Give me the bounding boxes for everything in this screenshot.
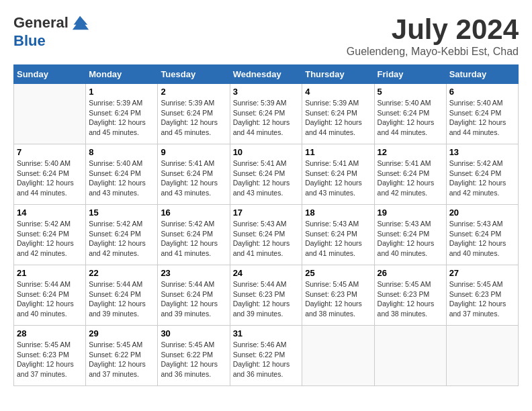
day-info: Sunrise: 5:39 AMSunset: 6:24 PMDaylight:… [305, 98, 371, 138]
day-number: 10 [233, 147, 300, 157]
calendar-cell: 4Sunrise: 5:39 AMSunset: 6:24 PMDaylight… [302, 84, 374, 144]
day-info: Sunrise: 5:45 AMSunset: 6:22 PMDaylight:… [161, 340, 226, 379]
weekday-header-sunday: Sunday [14, 65, 86, 84]
day-number: 7 [17, 147, 83, 157]
calendar-cell: 17Sunrise: 5:43 AMSunset: 6:24 PMDayligh… [230, 205, 302, 265]
day-number: 25 [305, 268, 371, 278]
logo-icon [71, 13, 90, 32]
day-number: 30 [161, 328, 226, 338]
day-info: Sunrise: 5:42 AMSunset: 6:24 PMDaylight:… [161, 219, 226, 259]
day-number: 4 [305, 87, 371, 97]
calendar-cell: 14Sunrise: 5:42 AMSunset: 6:24 PMDayligh… [14, 205, 86, 265]
day-number: 31 [233, 328, 300, 338]
calendar-cell: 15Sunrise: 5:42 AMSunset: 6:24 PMDayligh… [86, 205, 158, 265]
day-number: 22 [89, 268, 154, 278]
day-number: 29 [89, 328, 154, 338]
day-number: 21 [17, 268, 83, 278]
day-info: Sunrise: 5:40 AMSunset: 6:24 PMDaylight:… [378, 98, 443, 138]
day-info: Sunrise: 5:43 AMSunset: 6:24 PMDaylight:… [233, 219, 300, 259]
day-number: 16 [161, 208, 226, 218]
day-info: Sunrise: 5:41 AMSunset: 6:24 PMDaylight:… [305, 158, 371, 198]
weekday-header-thursday: Thursday [302, 65, 374, 84]
day-info: Sunrise: 5:44 AMSunset: 6:24 PMDaylight:… [161, 279, 226, 319]
day-info: Sunrise: 5:41 AMSunset: 6:24 PMDaylight:… [161, 158, 226, 198]
day-number: 9 [161, 147, 226, 157]
day-number: 12 [378, 147, 443, 157]
day-number: 23 [161, 268, 226, 278]
calendar-title-area: July 2024 Guelendeng, Mayo-Kebbi Est, Ch… [347, 13, 519, 58]
day-info: Sunrise: 5:45 AMSunset: 6:23 PMDaylight:… [449, 279, 515, 319]
day-number: 26 [378, 268, 443, 278]
calendar-cell: 6Sunrise: 5:40 AMSunset: 6:24 PMDaylight… [446, 84, 518, 144]
day-info: Sunrise: 5:41 AMSunset: 6:24 PMDaylight:… [378, 158, 443, 198]
weekday-header-tuesday: Tuesday [158, 65, 230, 84]
day-info: Sunrise: 5:43 AMSunset: 6:24 PMDaylight:… [378, 219, 443, 259]
day-number: 27 [449, 268, 515, 278]
svg-marker-0 [73, 16, 89, 30]
day-info: Sunrise: 5:43 AMSunset: 6:24 PMDaylight:… [449, 219, 515, 259]
day-number: 19 [378, 208, 443, 218]
day-info: Sunrise: 5:41 AMSunset: 6:24 PMDaylight:… [233, 158, 300, 198]
calendar-cell: 1Sunrise: 5:39 AMSunset: 6:24 PMDaylight… [86, 84, 158, 144]
weekday-header-wednesday: Wednesday [230, 65, 302, 84]
weekday-header-row: SundayMondayTuesdayWednesdayThursdayFrid… [14, 65, 519, 84]
logo: General Blue [13, 13, 90, 50]
calendar-cell: 25Sunrise: 5:45 AMSunset: 6:23 PMDayligh… [302, 265, 374, 326]
page-header: General Blue July 2024 Guelendeng, Mayo-… [13, 13, 519, 58]
calendar-cell: 13Sunrise: 5:42 AMSunset: 6:24 PMDayligh… [446, 144, 518, 205]
calendar-cell: 3Sunrise: 5:39 AMSunset: 6:24 PMDaylight… [230, 84, 302, 144]
day-info: Sunrise: 5:44 AMSunset: 6:24 PMDaylight:… [17, 279, 83, 319]
week-row-5: 28Sunrise: 5:45 AMSunset: 6:23 PMDayligh… [14, 326, 519, 386]
day-info: Sunrise: 5:45 AMSunset: 6:23 PMDaylight:… [305, 279, 371, 319]
day-info: Sunrise: 5:45 AMSunset: 6:22 PMDaylight:… [89, 340, 154, 379]
day-info: Sunrise: 5:45 AMSunset: 6:23 PMDaylight:… [378, 279, 443, 319]
calendar-cell: 23Sunrise: 5:44 AMSunset: 6:24 PMDayligh… [158, 265, 230, 326]
day-number: 24 [233, 268, 300, 278]
day-number: 11 [305, 147, 371, 157]
day-info: Sunrise: 5:44 AMSunset: 6:24 PMDaylight:… [89, 279, 154, 319]
day-info: Sunrise: 5:40 AMSunset: 6:24 PMDaylight:… [89, 158, 154, 198]
logo-general-text: General [13, 14, 69, 32]
calendar-cell: 27Sunrise: 5:45 AMSunset: 6:23 PMDayligh… [446, 265, 518, 326]
calendar-cell: 22Sunrise: 5:44 AMSunset: 6:24 PMDayligh… [86, 265, 158, 326]
calendar-cell: 11Sunrise: 5:41 AMSunset: 6:24 PMDayligh… [302, 144, 374, 205]
calendar-cell [14, 84, 86, 144]
day-info: Sunrise: 5:42 AMSunset: 6:24 PMDaylight:… [449, 158, 515, 198]
calendar-cell: 30Sunrise: 5:45 AMSunset: 6:22 PMDayligh… [158, 326, 230, 386]
day-number: 2 [161, 87, 226, 97]
calendar-cell: 16Sunrise: 5:42 AMSunset: 6:24 PMDayligh… [158, 205, 230, 265]
week-row-4: 21Sunrise: 5:44 AMSunset: 6:24 PMDayligh… [14, 265, 519, 326]
day-number: 8 [89, 147, 154, 157]
month-title: July 2024 [347, 13, 519, 46]
calendar-cell: 20Sunrise: 5:43 AMSunset: 6:24 PMDayligh… [446, 205, 518, 265]
location-title: Guelendeng, Mayo-Kebbi Est, Chad [347, 46, 519, 58]
calendar-cell: 28Sunrise: 5:45 AMSunset: 6:23 PMDayligh… [14, 326, 86, 386]
calendar-cell: 24Sunrise: 5:44 AMSunset: 6:23 PMDayligh… [230, 265, 302, 326]
calendar-cell: 8Sunrise: 5:40 AMSunset: 6:24 PMDaylight… [86, 144, 158, 205]
calendar-cell [302, 326, 374, 386]
day-number: 17 [233, 208, 300, 218]
week-row-3: 14Sunrise: 5:42 AMSunset: 6:24 PMDayligh… [14, 205, 519, 265]
calendar-cell: 10Sunrise: 5:41 AMSunset: 6:24 PMDayligh… [230, 144, 302, 205]
calendar-cell: 31Sunrise: 5:46 AMSunset: 6:22 PMDayligh… [230, 326, 302, 386]
calendar-cell: 12Sunrise: 5:41 AMSunset: 6:24 PMDayligh… [374, 144, 446, 205]
week-row-2: 7Sunrise: 5:40 AMSunset: 6:24 PMDaylight… [14, 144, 519, 205]
day-number: 15 [89, 208, 154, 218]
day-info: Sunrise: 5:39 AMSunset: 6:24 PMDaylight:… [89, 98, 154, 138]
calendar-table: SundayMondayTuesdayWednesdayThursdayFrid… [13, 64, 519, 386]
day-number: 20 [449, 208, 515, 218]
calendar-cell: 19Sunrise: 5:43 AMSunset: 6:24 PMDayligh… [374, 205, 446, 265]
day-number: 5 [378, 87, 443, 97]
day-info: Sunrise: 5:40 AMSunset: 6:24 PMDaylight:… [17, 158, 83, 198]
day-info: Sunrise: 5:44 AMSunset: 6:23 PMDaylight:… [233, 279, 300, 319]
day-info: Sunrise: 5:39 AMSunset: 6:24 PMDaylight:… [233, 98, 300, 138]
day-info: Sunrise: 5:42 AMSunset: 6:24 PMDaylight:… [17, 219, 83, 259]
calendar-cell: 29Sunrise: 5:45 AMSunset: 6:22 PMDayligh… [86, 326, 158, 386]
day-info: Sunrise: 5:39 AMSunset: 6:24 PMDaylight:… [161, 98, 226, 138]
day-number: 18 [305, 208, 371, 218]
day-number: 3 [233, 87, 300, 97]
day-info: Sunrise: 5:43 AMSunset: 6:24 PMDaylight:… [305, 219, 371, 259]
calendar-cell: 7Sunrise: 5:40 AMSunset: 6:24 PMDaylight… [14, 144, 86, 205]
day-info: Sunrise: 5:46 AMSunset: 6:22 PMDaylight:… [233, 340, 300, 379]
day-info: Sunrise: 5:42 AMSunset: 6:24 PMDaylight:… [89, 219, 154, 259]
